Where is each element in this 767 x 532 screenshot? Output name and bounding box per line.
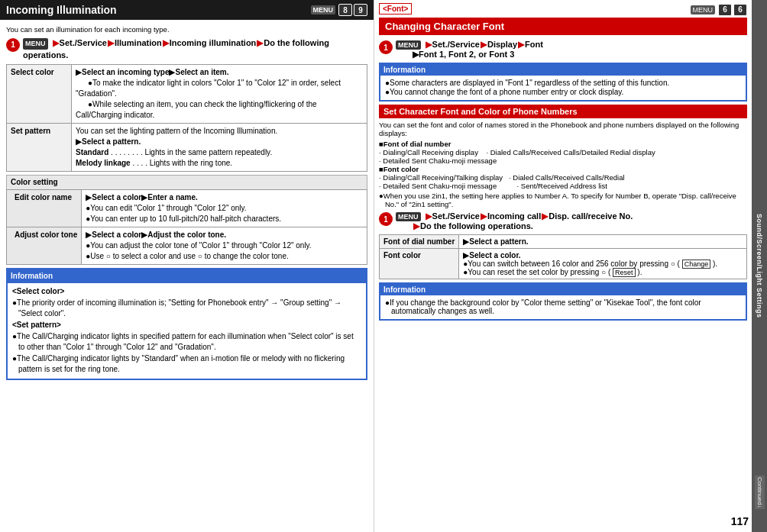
table-row-edit-color: Edit color name ▶Select a color▶Enter a … (7, 190, 367, 227)
menu-icon-left: MENU (311, 5, 336, 15)
right-info-box-1: Information ●Some characters are display… (379, 63, 747, 102)
right-section-title: Changing Character Font (379, 18, 747, 35)
set-pattern-info-label: <Set pattern> (12, 320, 361, 330)
left-intro: You can set an illumination for each inc… (6, 24, 367, 34)
table-row-adjust-color: Adjust color tone ▶Select a color▶Adjust… (7, 227, 367, 265)
table-row-set-pattern: Set pattern You can set the lighting pat… (7, 124, 367, 172)
color-setting-label: Color setting (6, 175, 367, 189)
left-menu-badge: MENU 8 9 (311, 4, 368, 16)
sidebar-label-text: Sound/Screen/Light Settings (756, 214, 763, 318)
continued-label: Continued↓ (752, 476, 767, 509)
menu-inline-sub: MENU (396, 212, 421, 221)
left-info-box: Information <Select color> ●The priority… (6, 268, 367, 380)
sub-font-dial-label: Font of dial number (380, 235, 459, 249)
right-content: <Font> MENU 6 6 Changing Character Font … (374, 0, 767, 532)
font-tag-row: <Font> MENU 6 6 (379, 3, 747, 16)
right-section-title-text: Changing Character Font (385, 21, 504, 32)
right-info1-b2: ●You cannot change the font of a phone n… (385, 88, 741, 96)
page-num-text: 117 (731, 515, 749, 527)
left-step1: 1 MENU ▶Set./Service▶Illumination▶Incomi… (6, 37, 367, 61)
continued-text: Continued↓ (755, 476, 765, 509)
set-pattern-content: You can set the lighting pattern of the … (72, 124, 367, 172)
left-content: You can set an illumination for each inc… (0, 20, 374, 388)
step-num-1: 1 (6, 38, 20, 52)
adjust-color-content: ▶Select a color▶Adjust the color tone. ●… (82, 227, 367, 265)
sub-font-dial-content: ▶Select a pattern. (459, 235, 747, 249)
select-color-content: ▶Select an incoming type▶Select an item.… (72, 65, 367, 124)
font-dial-label: ■Font of dial number (379, 140, 747, 148)
table-row-select-color: Select color ▶Select an incoming type▶Se… (7, 65, 367, 124)
set-pattern-label: Set pattern (7, 124, 72, 172)
menu-inline-left: MENU (23, 38, 48, 50)
right-step-num-1: 1 (379, 40, 393, 54)
right-info-box-2: Information ●If you change the backgroun… (379, 282, 747, 321)
sub-step1-text: MENU ▶Set./Service▶Incoming call▶Disp. c… (396, 211, 633, 231)
right-badge-6a: 6 (718, 4, 732, 16)
sidebar-label-bg: Sound/Screen/Light Settings (752, 0, 767, 532)
page-number: 117 (731, 515, 749, 527)
left-info-box-header: Information (8, 269, 366, 283)
right-menu-badge: MENU 6 6 (691, 4, 748, 16)
left-title-text: Incoming Illumination (6, 4, 117, 16)
font-dial-item2: · Detailed Sent Chaku-moji message (379, 156, 747, 165)
right-badge-6b: 6 (733, 4, 747, 16)
right-info1-b1: ●Some characters are displayed in "Font … (385, 79, 741, 87)
right-step1-text: MENU ▶Set./Service▶Display▶Font ▶Font 1,… (396, 40, 543, 60)
font-tag: <Font> (379, 3, 412, 15)
font-color-item1: · Dialing/Call Receiving/Talking display… (379, 173, 747, 182)
right-main-content: 1 MENU ▶Set./Service▶Display▶Font ▶Font … (374, 35, 752, 325)
set-pattern-info-2: ●The Call/Charging indicator lights by "… (12, 353, 361, 375)
left-title-bar: Incoming Illumination MENU 8 9 (0, 0, 374, 20)
color-setting-table: Edit color name ▶Select a color▶Enter a … (6, 189, 367, 265)
left-panel: Incoming Illumination MENU 8 9 You can s… (0, 0, 374, 532)
right-step1: 1 MENU ▶Set./Service▶Display▶Font ▶Font … (379, 40, 747, 60)
sub-table-row-font-dial: Font of dial number ▶Select a pattern. (380, 235, 747, 249)
sub-table-row-font-color: Font color ▶Select a color. ●You can swi… (380, 249, 747, 279)
menu-icon-right: MENU (691, 5, 716, 15)
right-info2-b1: ●If you change the background color by "… (385, 298, 741, 315)
sub-font-color-content: ▶Select a color. ●You can switch between… (459, 249, 747, 279)
sub-table: Font of dial number ▶Select a pattern. F… (379, 234, 747, 279)
select-color-label: Select color (7, 65, 72, 124)
left-step1-text: MENU ▶Set./Service▶Illumination▶Incoming… (23, 37, 367, 61)
sub-font-color-label: Font color (380, 249, 459, 279)
right-info-box-1-header: Information (380, 64, 746, 76)
menu-inline-right: MENU (396, 40, 421, 50)
select-color-info-label: <Select color> (12, 286, 361, 297)
sub-step-num-1: 1 (379, 212, 393, 226)
font-color-item2: · Detailed Sent Chaku-moji message · Sen… (379, 182, 747, 190)
sub-step1: 1 MENU ▶Set./Service▶Incoming call▶Disp.… (379, 211, 747, 231)
note-2in1: ●When you use 2in1, the setting here app… (379, 192, 747, 208)
set-pattern-info-1: ●The Call/Charging indicator lights in s… (12, 331, 361, 353)
badge-8: 8 (338, 4, 352, 16)
sub-section-intro: You can set the font and color of names … (379, 121, 747, 137)
select-color-info-1: ●The priority order of incoming illumina… (12, 298, 361, 319)
font-color-label: ■Font color (379, 165, 747, 173)
right-header-area: <Font> MENU 6 6 Changing Character Font (374, 0, 752, 35)
edit-color-content: ▶Select a color▶Enter a name. ●You can e… (82, 190, 367, 227)
font-dial-item1: · Dialing/Call Receiving display · Diale… (379, 148, 747, 156)
badge-9: 9 (354, 4, 367, 16)
left-main-table: Select color ▶Select an incoming type▶Se… (6, 64, 367, 172)
right-panel: Sound/Screen/Light Settings <Font> MENU … (374, 0, 767, 532)
adjust-color-label: Adjust color tone (7, 227, 82, 265)
sub-section-title: Set Character Font and Color of Phone Nu… (379, 105, 747, 118)
right-info-box-2-header: Information (380, 284, 746, 295)
edit-color-label: Edit color name (7, 190, 82, 227)
